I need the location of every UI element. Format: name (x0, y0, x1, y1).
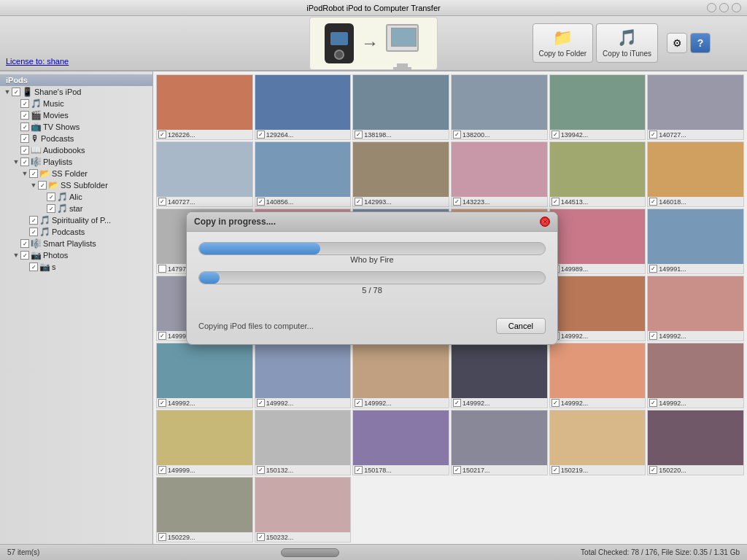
copy-status-text: Copying iPod files to computer... (198, 322, 314, 330)
modal-body: Who by Fire 5 / 78 (187, 232, 557, 312)
file-progress-row: Who by Fire (198, 242, 546, 264)
file-progress-track (198, 242, 546, 255)
modal-title-bar: Copy in progress.... ✕ (187, 212, 557, 232)
progress-count: 5 / 78 (198, 286, 546, 295)
total-progress-row: 5 / 78 (198, 271, 546, 295)
modal-title: Copy in progress.... (194, 217, 276, 227)
total-progress-track (198, 271, 546, 284)
modal-footer: Copying iPod files to computer... Cancel (187, 312, 557, 344)
total-progress-fill (199, 272, 220, 284)
file-progress-fill (199, 243, 320, 254)
copy-progress-dialog: Copy in progress.... ✕ Who by Fire 5 / 7… (186, 211, 558, 345)
cancel-button[interactable]: Cancel (496, 318, 546, 334)
modal-close-button[interactable]: ✕ (540, 217, 550, 227)
current-file-label: Who by Fire (198, 255, 546, 264)
modal-overlay: Copy in progress.... ✕ Who by Fire 5 / 7… (0, 0, 747, 560)
